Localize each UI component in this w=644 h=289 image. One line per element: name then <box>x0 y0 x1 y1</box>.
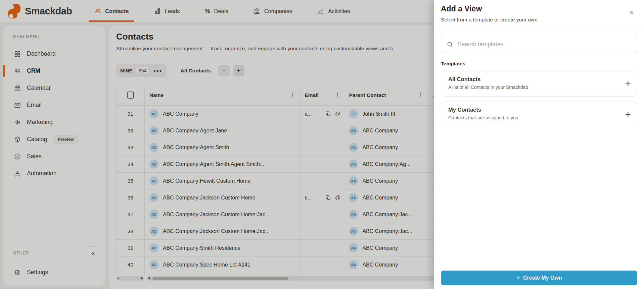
template-description: Contacts that are assigned to you <box>448 115 617 120</box>
create-my-own-button[interactable]: + Create My Own <box>441 271 637 285</box>
template-card-all-contacts[interactable]: All ContactsA list of all Contacts in yo… <box>441 71 637 97</box>
template-search <box>441 36 637 53</box>
plus-icon: + <box>516 274 520 282</box>
search-templates-input[interactable] <box>458 41 632 48</box>
panel-subtitle: Select from a template or create your ow… <box>441 17 539 23</box>
template-list: All ContactsA list of all Contacts in yo… <box>441 71 637 127</box>
template-name: All Contacts <box>448 76 617 82</box>
add-template-button[interactable]: + <box>625 109 631 119</box>
templates-section-label: Templates <box>441 61 465 66</box>
add-template-button[interactable]: + <box>625 79 631 89</box>
search-icon <box>447 41 453 48</box>
panel-divider <box>434 29 644 29</box>
close-icon <box>629 10 635 15</box>
template-description: A list of all Contacts in your Smackdab <box>448 84 617 90</box>
template-card-my-contacts[interactable]: My ContactsContacts that are assigned to… <box>441 102 637 127</box>
add-view-panel: Add a View Select from a template or cre… <box>434 0 644 289</box>
close-panel-button[interactable] <box>627 8 636 17</box>
template-name: My Contacts <box>448 107 617 113</box>
panel-title: Add a View <box>441 4 482 13</box>
